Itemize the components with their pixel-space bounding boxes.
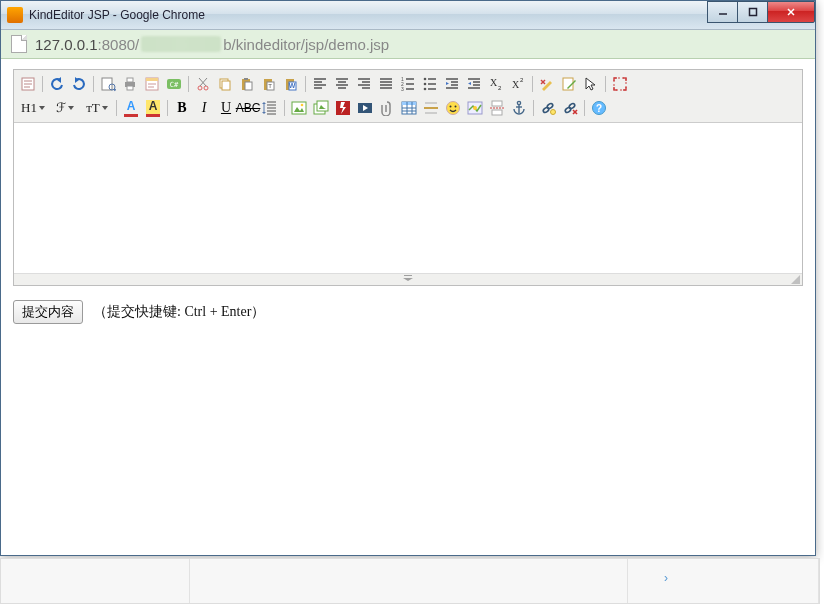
paste-button[interactable] [237, 74, 257, 94]
svg-point-123 [546, 103, 553, 110]
svg-text:X: X [512, 79, 520, 90]
chevron-right-icon[interactable]: › [664, 571, 668, 585]
copy-button[interactable] [215, 74, 235, 94]
window-title: KindEditor JSP - Google Chrome [29, 8, 205, 22]
svg-text:X: X [490, 77, 498, 88]
devtools-pane-c: › [628, 559, 819, 603]
svg-marker-82 [586, 78, 595, 90]
underline-button[interactable]: U [216, 98, 236, 118]
fontsize-icon[interactable]: тT [82, 98, 112, 118]
kindeditor-container: C#TW123X2X2 H1ℱтTAABIUABC? [13, 69, 803, 286]
indent-icon [444, 76, 460, 92]
undo-icon [49, 76, 65, 92]
print-icon [122, 76, 138, 92]
link-button[interactable] [538, 98, 558, 118]
selectall-icon [583, 76, 599, 92]
anchor-button[interactable] [509, 98, 529, 118]
redo-button[interactable] [69, 74, 89, 94]
justifycenter-button[interactable] [332, 74, 352, 94]
favicon-icon [7, 7, 23, 23]
svg-rect-14 [127, 78, 133, 82]
plainpaste-button[interactable]: T [259, 74, 279, 94]
flash-button[interactable] [333, 98, 353, 118]
devtools-bar: › [0, 558, 820, 604]
editor-textarea[interactable] [14, 123, 802, 273]
undo-button[interactable] [47, 74, 67, 94]
url-redacted [141, 36, 221, 52]
svg-text:C#: C# [170, 81, 179, 89]
hr-button[interactable] [421, 98, 441, 118]
quickformat-button[interactable] [559, 74, 579, 94]
justifyfull-button[interactable] [376, 74, 396, 94]
svg-rect-103 [402, 102, 416, 105]
table-button[interactable] [399, 98, 419, 118]
fullscreen-icon [612, 76, 628, 92]
chrome-window: KindEditor JSP - Google Chrome 127.0.0.1… [0, 0, 816, 556]
pagebreak-button[interactable] [487, 98, 507, 118]
svg-line-25 [199, 78, 206, 86]
svg-point-119 [517, 101, 520, 104]
code-icon: C# [166, 76, 182, 92]
justifyright-icon [356, 76, 372, 92]
svg-point-126 [568, 103, 575, 110]
cut-button[interactable] [193, 74, 213, 94]
minimize-button[interactable] [707, 1, 738, 23]
address-bar[interactable]: 127.0.0.1:8080/b/kindeditor/jsp/demo.jsp [1, 30, 815, 59]
lineheight-button[interactable] [260, 98, 280, 118]
selectall-button[interactable] [581, 74, 601, 94]
image-button[interactable] [289, 98, 309, 118]
formatblock-icon[interactable]: H1 [18, 98, 48, 118]
superscript-button[interactable]: X2 [508, 74, 528, 94]
bold-button[interactable]: B [172, 98, 192, 118]
editor-wrap: C#TW123X2X2 H1ℱтTAABIUABC? 提交内容 （提交快捷键: … [1, 59, 815, 334]
insertorderedlist-button[interactable]: 123 [398, 74, 418, 94]
preview-button[interactable] [98, 74, 118, 94]
svg-text:T: T [268, 83, 272, 89]
subscript-icon: X2 [488, 76, 504, 92]
insertfile-button[interactable] [377, 98, 397, 118]
italic-button[interactable]: I [194, 98, 214, 118]
insertunorderedlist-button[interactable] [420, 74, 440, 94]
removeformat-icon [539, 76, 555, 92]
maximize-button[interactable] [737, 1, 768, 23]
cut-icon [195, 76, 211, 92]
hilitecolor-button[interactable]: A [143, 98, 163, 118]
wordpaste-button[interactable]: W [281, 74, 301, 94]
justifyleft-button[interactable] [310, 74, 330, 94]
svg-marker-8 [57, 77, 61, 83]
submit-button[interactable]: 提交内容 [13, 300, 83, 324]
forecolor-button[interactable]: A [121, 98, 141, 118]
outdent-button[interactable] [464, 74, 484, 94]
template-button[interactable] [142, 74, 162, 94]
source-button[interactable] [18, 74, 38, 94]
source-icon [20, 76, 36, 92]
indent-button[interactable] [442, 74, 462, 94]
emoticons-button[interactable] [443, 98, 463, 118]
multiimage-button[interactable] [311, 98, 331, 118]
media-button[interactable] [355, 98, 375, 118]
insertunorderedlist-icon [422, 76, 438, 92]
about-button[interactable]: ? [589, 98, 609, 118]
copy-icon [217, 76, 233, 92]
page-icon [11, 35, 27, 53]
fontname-icon[interactable]: ℱ [50, 98, 80, 118]
fullscreen-button[interactable] [610, 74, 630, 94]
print-button[interactable] [120, 74, 140, 94]
svg-point-60 [424, 83, 427, 86]
svg-rect-15 [127, 86, 133, 90]
toolbar-separator [532, 76, 533, 92]
close-button[interactable] [767, 1, 815, 23]
editor-resize-handle[interactable] [14, 273, 802, 285]
close-icon [786, 7, 796, 17]
baidumap-button[interactable] [465, 98, 485, 118]
hr-icon [423, 100, 439, 116]
justifyright-button[interactable] [354, 74, 374, 94]
subscript-button[interactable]: X2 [486, 74, 506, 94]
url-sep: / [135, 36, 139, 53]
strikethrough-button[interactable]: ABC [238, 98, 258, 118]
insertfile-icon [379, 100, 395, 116]
code-button[interactable]: C# [164, 74, 184, 94]
removeformat-button[interactable] [537, 74, 557, 94]
maximize-icon [748, 7, 758, 17]
unlink-button[interactable] [560, 98, 580, 118]
